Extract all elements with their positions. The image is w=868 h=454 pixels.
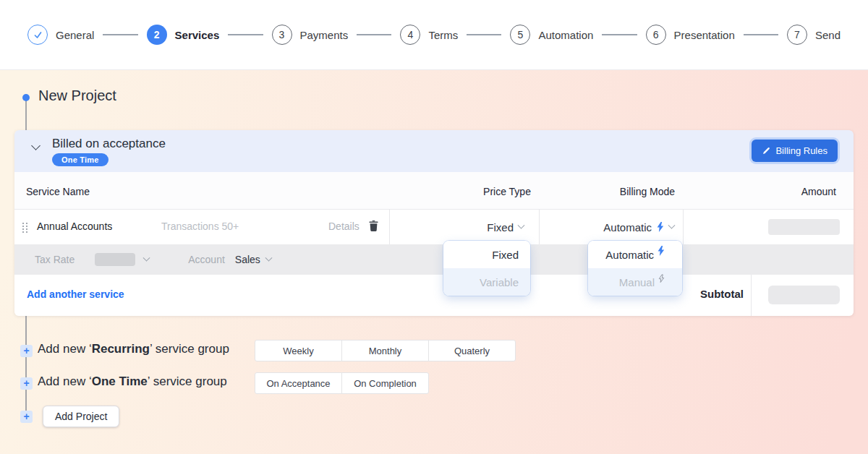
- lightning-icon: [657, 222, 664, 232]
- quaterly-button[interactable]: Quaterly: [428, 340, 516, 361]
- billing-mode-select[interactable]: Automatic: [539, 210, 683, 244]
- step-label: General: [56, 29, 94, 41]
- plus-icon[interactable]: +: [20, 377, 33, 390]
- text-part: Add new ‘: [38, 342, 92, 356]
- step-number: 2: [147, 25, 167, 45]
- stepper-step-presentation[interactable]: 6 Presentation: [646, 25, 735, 45]
- service-description[interactable]: Transactions 50+: [161, 220, 239, 232]
- amount-input-placeholder[interactable]: [768, 219, 840, 235]
- one-time-options-group: On Acceptance On Completion: [255, 372, 429, 394]
- step-number: 5: [510, 25, 530, 45]
- price-type-dropdown: Fixed Variable: [443, 241, 530, 296]
- account-value: Sales: [235, 254, 260, 265]
- col-billing-mode: Billing Mode: [597, 186, 698, 197]
- services-canvas: New Project Billed on acceptance One Tim…: [0, 70, 868, 454]
- billing-rules-label: Billing Rules: [775, 145, 827, 156]
- text-part: Add new ‘: [38, 374, 92, 388]
- subtotal-row: Add another service Subtotal: [14, 275, 854, 316]
- cell-divider: [683, 210, 684, 244]
- chevron-down-icon: [668, 221, 676, 228]
- text-part-bold: Recurring: [92, 342, 150, 356]
- dropdown-option-automatic[interactable]: Automatic: [588, 241, 682, 268]
- stepper-connector: [602, 34, 637, 35]
- col-service-name: Service Name: [26, 186, 90, 197]
- trash-icon[interactable]: [369, 220, 378, 234]
- service-name[interactable]: Annual Accounts: [37, 220, 112, 232]
- step-number: 7: [787, 25, 807, 45]
- group-title: Billed on acceptance: [52, 137, 166, 151]
- add-recurring-text: Add new ‘Recurring’ service group: [38, 342, 229, 356]
- step-label: Services: [175, 29, 220, 41]
- stepper-connector: [357, 34, 391, 35]
- billing-mode-value: Automatic: [603, 221, 652, 234]
- stepper-step-payments[interactable]: 3 Payments: [272, 25, 349, 45]
- step-label: Automation: [538, 29, 593, 41]
- dropdown-option-fixed[interactable]: Fixed: [443, 241, 530, 268]
- stepper-step-services[interactable]: 2 Services: [147, 25, 220, 45]
- dropdown-option-manual[interactable]: Manual: [588, 268, 682, 296]
- billing-mode-dropdown: Automatic Manual: [588, 241, 682, 296]
- step-label: Send: [815, 29, 841, 41]
- tax-rate-label: Tax Rate: [35, 254, 75, 265]
- chevron-down-icon: [265, 254, 272, 261]
- recurring-options-group: Weekly Monthly Quaterly: [255, 340, 516, 361]
- stepper-connector: [744, 34, 778, 35]
- option-label: Manual: [619, 276, 655, 288]
- stepper-step-send[interactable]: 7 Send: [787, 25, 841, 45]
- stepper-step-automation[interactable]: 5 Automation: [510, 25, 593, 45]
- step-check-icon: [27, 25, 48, 45]
- tax-rate-row: Tax Rate Account Sales: [14, 244, 854, 275]
- subtotal-amount-placeholder: [768, 286, 840, 304]
- tax-rate-select-placeholder[interactable]: [95, 253, 135, 266]
- step-label: Presentation: [674, 29, 735, 41]
- add-one-time-text: Add new ‘One Time’ service group: [38, 374, 227, 389]
- stepper-step-general[interactable]: General: [27, 25, 94, 45]
- step-label: Terms: [428, 29, 458, 41]
- stepper-connector: [467, 34, 501, 35]
- text-part: ’ service group: [150, 342, 229, 356]
- billing-group-panel: Billed on acceptance One Time Billing Ru…: [14, 130, 854, 316]
- stepper-connector: [228, 34, 263, 35]
- step-number: 6: [646, 25, 666, 45]
- drag-handle-icon[interactable]: [22, 223, 27, 231]
- step-number: 4: [400, 25, 420, 45]
- group-header: Billed on acceptance One Time Billing Ru…: [14, 130, 854, 172]
- cell-divider: [751, 275, 752, 316]
- option-label: Automatic: [605, 249, 654, 261]
- on-acceptance-button[interactable]: On Acceptance: [255, 372, 342, 394]
- plus-icon[interactable]: +: [20, 411, 33, 423]
- service-row: Annual Accounts Transactions 50+ Details…: [14, 210, 854, 244]
- lightning-icon: [658, 246, 665, 256]
- account-select[interactable]: Sales: [235, 254, 271, 265]
- weekly-button[interactable]: Weekly: [255, 340, 342, 361]
- collapse-chevron-icon[interactable]: [31, 141, 41, 150]
- step-number: 3: [272, 25, 292, 45]
- add-another-service-link[interactable]: Add another service: [27, 288, 124, 300]
- chevron-down-icon: [518, 221, 525, 228]
- col-price-type: Price Type: [456, 186, 558, 197]
- account-label: Account: [188, 254, 225, 265]
- lightning-outline-icon: [658, 274, 665, 283]
- stepper-connector: [103, 34, 137, 35]
- step-label: Payments: [300, 29, 349, 41]
- on-completion-button[interactable]: On Completion: [341, 372, 429, 394]
- col-amount: Amount: [801, 186, 836, 197]
- one-time-badge: One Time: [52, 153, 109, 166]
- chevron-down-icon[interactable]: [143, 254, 150, 261]
- text-part: ’ service group: [148, 374, 227, 388]
- add-project-button[interactable]: Add Project: [43, 406, 119, 427]
- wizard-stepper: General 2 Services 3 Payments 4 Terms 5 …: [0, 0, 868, 70]
- pencil-icon: [762, 147, 770, 155]
- stepper-step-terms[interactable]: 4 Terms: [400, 25, 458, 45]
- project-title: New Project: [38, 87, 116, 104]
- subtotal-label: Subtotal: [700, 288, 744, 300]
- billing-rules-button[interactable]: Billing Rules: [752, 140, 838, 162]
- plus-icon[interactable]: +: [20, 345, 33, 357]
- text-part-bold: One Time: [92, 374, 148, 388]
- service-details-link[interactable]: Details: [328, 220, 359, 232]
- services-table-header: Service Name Price Type Billing Mode Amo…: [14, 172, 854, 210]
- project-node-dot: [22, 94, 30, 101]
- price-type-select[interactable]: Fixed: [389, 210, 539, 244]
- monthly-button[interactable]: Monthly: [341, 340, 429, 361]
- dropdown-option-variable[interactable]: Variable: [443, 268, 530, 296]
